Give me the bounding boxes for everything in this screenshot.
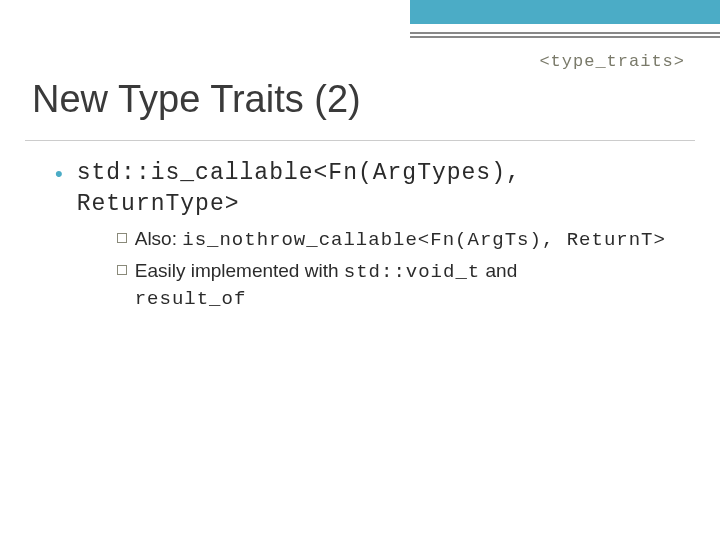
sub1-prefix: Also: [135,228,183,249]
box-bullet-icon [117,233,127,243]
sub-item: Also: is_nothrow_callable<Fn(ArgTs), Ret… [117,226,675,254]
bullet-dot-icon: • [55,160,63,188]
bullet-code: std::is_callable<Fn(ArgTypes), ReturnTyp… [77,158,675,220]
teal-accent-bar [410,0,720,24]
title-underline [25,140,695,141]
sub-item: Easily implemented with std::void_t and … [117,258,675,313]
slide-title: New Type Traits (2) [32,78,361,121]
sub2-text2: and [480,260,517,281]
sub2-text1: Easily implemented with [135,260,344,281]
sub2-code2: result_of [135,288,247,310]
bullet-item: • std::is_callable<Fn(ArgTypes), ReturnT… [55,158,675,317]
slide-content: • std::is_callable<Fn(ArgTypes), ReturnT… [55,158,675,325]
sub-list: Also: is_nothrow_callable<Fn(ArgTs), Ret… [117,226,675,313]
corner-decor [410,0,720,55]
sub1-code: is_nothrow_callable<Fn(ArgTs), ReturnT> [182,229,666,251]
box-bullet-icon [117,265,127,275]
double-rule [410,32,720,38]
sub2-code1: std::void_t [344,261,480,283]
header-label: <type_traits> [539,52,685,71]
